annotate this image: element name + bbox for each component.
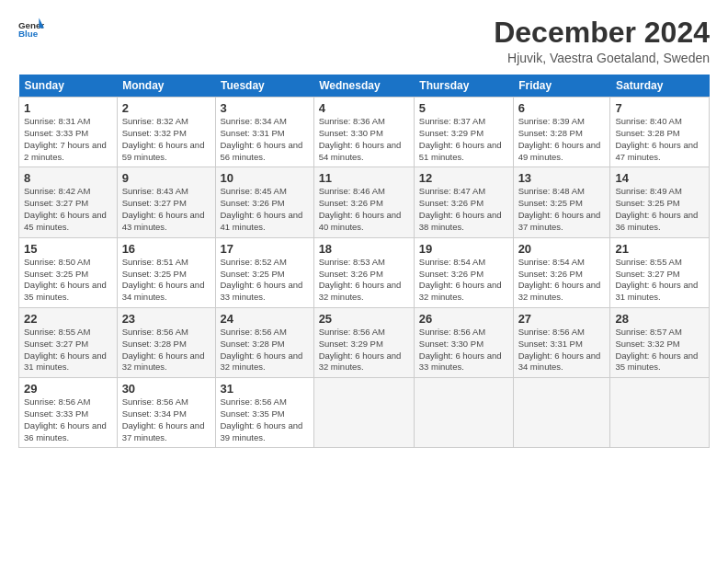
header-tuesday: Tuesday [215, 75, 313, 98]
cell-info: Sunrise: 8:49 AMSunset: 3:25 PMDaylight:… [615, 186, 704, 233]
title-block: December 2024 Hjuvik, Vaestra Goetaland,… [494, 17, 710, 65]
cell-info: Sunrise: 8:37 AMSunset: 3:29 PMDaylight:… [419, 116, 508, 163]
table-row: 10 Sunrise: 8:45 AMSunset: 3:26 PMDaylig… [215, 167, 313, 237]
calendar-row: 15 Sunrise: 8:50 AMSunset: 3:25 PMDaylig… [19, 237, 710, 307]
table-row: 9 Sunrise: 8:43 AMSunset: 3:27 PMDayligh… [117, 167, 215, 237]
table-row: 31 Sunrise: 8:56 AMSunset: 3:35 PMDaylig… [215, 378, 313, 448]
cell-info: Sunrise: 8:39 AMSunset: 3:28 PMDaylight:… [518, 116, 606, 163]
cell-info: Sunrise: 8:56 AMSunset: 3:31 PMDaylight:… [518, 327, 606, 373]
day-number: 6 [518, 101, 606, 115]
table-row: 24 Sunrise: 8:56 AMSunset: 3:28 PMDaylig… [215, 307, 313, 377]
cell-info: Sunrise: 8:54 AMSunset: 3:26 PMDaylight:… [518, 257, 606, 304]
table-row: 4 Sunrise: 8:36 AMSunset: 3:30 PMDayligh… [313, 98, 414, 167]
calendar-row: 22 Sunrise: 8:55 AMSunset: 3:27 PMDaylig… [19, 307, 710, 377]
table-row: 12 Sunrise: 8:47 AMSunset: 3:26 PMDaylig… [414, 167, 513, 237]
logo-icon: General Blue [18, 17, 44, 42]
cell-info: Sunrise: 8:47 AMSunset: 3:26 PMDaylight:… [419, 186, 508, 233]
table-row: 19 Sunrise: 8:54 AMSunset: 3:26 PMDaylig… [414, 237, 513, 307]
cell-info: Sunrise: 8:55 AMSunset: 3:27 PMDaylight:… [615, 257, 704, 304]
header-wednesday: Wednesday [313, 75, 414, 98]
cell-info: Sunrise: 8:51 AMSunset: 3:25 PMDaylight:… [122, 257, 210, 304]
day-number: 21 [615, 242, 704, 256]
cell-info: Sunrise: 8:56 AMSunset: 3:28 PMDaylight:… [221, 327, 309, 373]
day-number: 8 [24, 171, 112, 185]
cell-info: Sunrise: 8:53 AMSunset: 3:26 PMDaylight:… [319, 257, 409, 304]
cell-info: Sunrise: 8:36 AMSunset: 3:30 PMDaylight:… [319, 116, 409, 163]
cell-info: Sunrise: 8:56 AMSunset: 3:34 PMDaylight:… [122, 396, 210, 443]
table-row: 27 Sunrise: 8:56 AMSunset: 3:31 PMDaylig… [513, 307, 610, 377]
cell-info: Sunrise: 8:50 AMSunset: 3:25 PMDaylight:… [24, 257, 112, 304]
logo: General Blue [18, 17, 48, 42]
table-row: 16 Sunrise: 8:51 AMSunset: 3:25 PMDaylig… [117, 237, 215, 307]
day-number: 28 [615, 312, 704, 326]
cell-info: Sunrise: 8:56 AMSunset: 3:33 PMDaylight:… [24, 396, 112, 443]
table-row: 5 Sunrise: 8:37 AMSunset: 3:29 PMDayligh… [414, 98, 513, 167]
cell-info: Sunrise: 8:57 AMSunset: 3:32 PMDaylight:… [615, 327, 704, 373]
table-row: 25 Sunrise: 8:56 AMSunset: 3:29 PMDaylig… [313, 307, 414, 377]
day-number: 11 [319, 171, 409, 185]
cell-info: Sunrise: 8:43 AMSunset: 3:27 PMDaylight:… [122, 186, 210, 233]
table-row: 21 Sunrise: 8:55 AMSunset: 3:27 PMDaylig… [610, 237, 710, 307]
calendar-row: 8 Sunrise: 8:42 AMSunset: 3:27 PMDayligh… [19, 167, 710, 237]
day-number: 19 [419, 242, 508, 256]
table-row: 18 Sunrise: 8:53 AMSunset: 3:26 PMDaylig… [313, 237, 414, 307]
table-row: 17 Sunrise: 8:52 AMSunset: 3:25 PMDaylig… [215, 237, 313, 307]
day-number: 23 [122, 312, 210, 326]
table-row: 2 Sunrise: 8:32 AMSunset: 3:32 PMDayligh… [117, 98, 215, 167]
day-number: 7 [615, 101, 704, 115]
header-saturday: Saturday [610, 75, 710, 98]
day-number: 25 [319, 312, 409, 326]
day-number: 20 [518, 242, 606, 256]
day-number: 3 [221, 101, 309, 115]
main-title: December 2024 [494, 17, 710, 49]
day-number: 5 [419, 101, 508, 115]
day-number: 2 [122, 101, 210, 115]
day-number: 24 [221, 312, 309, 326]
cell-info: Sunrise: 8:42 AMSunset: 3:27 PMDaylight:… [24, 186, 112, 233]
cell-info: Sunrise: 8:31 AMSunset: 3:33 PMDaylight:… [24, 116, 112, 163]
page: General Blue December 2024 Hjuvik, Vaest… [0, 0, 728, 563]
table-row: 8 Sunrise: 8:42 AMSunset: 3:27 PMDayligh… [19, 167, 118, 237]
cell-info: Sunrise: 8:45 AMSunset: 3:26 PMDaylight:… [221, 186, 309, 233]
day-number: 22 [24, 312, 112, 326]
table-row: 7 Sunrise: 8:40 AMSunset: 3:28 PMDayligh… [610, 98, 710, 167]
day-number: 26 [419, 312, 508, 326]
table-row [313, 378, 414, 448]
subtitle: Hjuvik, Vaestra Goetaland, Sweden [494, 51, 710, 65]
cell-info: Sunrise: 8:56 AMSunset: 3:30 PMDaylight:… [419, 327, 508, 373]
day-number: 15 [24, 242, 112, 256]
table-row: 14 Sunrise: 8:49 AMSunset: 3:25 PMDaylig… [610, 167, 710, 237]
cell-info: Sunrise: 8:55 AMSunset: 3:27 PMDaylight:… [24, 327, 112, 373]
table-row: 22 Sunrise: 8:55 AMSunset: 3:27 PMDaylig… [19, 307, 118, 377]
table-row: 15 Sunrise: 8:50 AMSunset: 3:25 PMDaylig… [19, 237, 118, 307]
header-monday: Monday [117, 75, 215, 98]
day-number: 10 [221, 171, 309, 185]
table-row: 1 Sunrise: 8:31 AMSunset: 3:33 PMDayligh… [19, 98, 118, 167]
table-row [513, 378, 610, 448]
cell-info: Sunrise: 8:56 AMSunset: 3:28 PMDaylight:… [122, 327, 210, 373]
day-number: 13 [518, 171, 606, 185]
calendar-row: 1 Sunrise: 8:31 AMSunset: 3:33 PMDayligh… [19, 98, 710, 167]
table-row: 23 Sunrise: 8:56 AMSunset: 3:28 PMDaylig… [117, 307, 215, 377]
table-row [610, 378, 710, 448]
cell-info: Sunrise: 8:56 AMSunset: 3:35 PMDaylight:… [221, 396, 309, 443]
day-number: 30 [122, 382, 210, 396]
table-row: 6 Sunrise: 8:39 AMSunset: 3:28 PMDayligh… [513, 98, 610, 167]
header-friday: Friday [513, 75, 610, 98]
table-row [414, 378, 513, 448]
cell-info: Sunrise: 8:56 AMSunset: 3:29 PMDaylight:… [319, 327, 409, 373]
table-row: 29 Sunrise: 8:56 AMSunset: 3:33 PMDaylig… [19, 378, 118, 448]
day-number: 17 [221, 242, 309, 256]
day-number: 27 [518, 312, 606, 326]
table-row: 11 Sunrise: 8:46 AMSunset: 3:26 PMDaylig… [313, 167, 414, 237]
table-row: 30 Sunrise: 8:56 AMSunset: 3:34 PMDaylig… [117, 378, 215, 448]
table-row: 13 Sunrise: 8:48 AMSunset: 3:25 PMDaylig… [513, 167, 610, 237]
day-number: 14 [615, 171, 704, 185]
day-number: 1 [24, 101, 112, 115]
calendar-row: 29 Sunrise: 8:56 AMSunset: 3:33 PMDaylig… [19, 378, 710, 448]
day-number: 16 [122, 242, 210, 256]
cell-info: Sunrise: 8:52 AMSunset: 3:25 PMDaylight:… [221, 257, 309, 304]
cell-info: Sunrise: 8:40 AMSunset: 3:28 PMDaylight:… [615, 116, 704, 163]
cell-info: Sunrise: 8:54 AMSunset: 3:26 PMDaylight:… [419, 257, 508, 304]
calendar-header-row: Sunday Monday Tuesday Wednesday Thursday… [19, 75, 710, 98]
